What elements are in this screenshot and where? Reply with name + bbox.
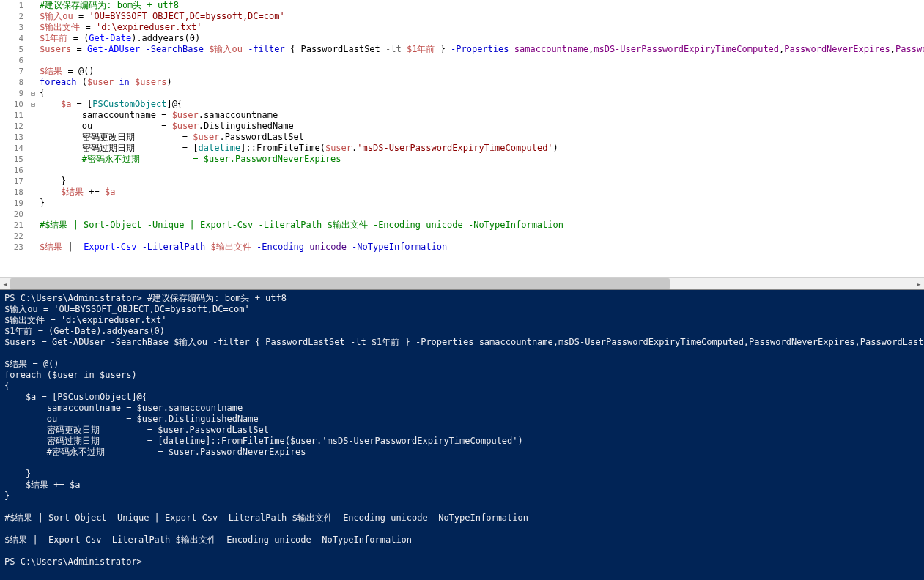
horizontal-scrollbar[interactable]: ◄ ► bbox=[0, 277, 924, 289]
code-line[interactable]: $输出文件 = 'd:\expireduser.txt' bbox=[40, 22, 924, 33]
terminal-line: $输入ou = 'OU=BYSSOFT_OBJECT,DC=byssoft,DC… bbox=[4, 304, 920, 315]
terminal-line bbox=[4, 348, 920, 359]
line-number: 15 bbox=[0, 154, 23, 165]
terminal-line: 密码过期日期 = [datetime]::FromFileTime($user.… bbox=[4, 436, 920, 447]
code-line[interactable]: } bbox=[40, 198, 924, 209]
code-line[interactable]: #密码永不过期 = $user.PasswordNeverExpires bbox=[40, 154, 924, 165]
terminal-line: $a = [PSCustomObject]@{ bbox=[4, 392, 920, 403]
line-number: 8 bbox=[0, 77, 23, 88]
scroll-left-arrow[interactable]: ◄ bbox=[0, 278, 10, 290]
code-line[interactable]: } bbox=[40, 176, 924, 187]
fold-toggle bbox=[28, 154, 38, 165]
code-line[interactable] bbox=[40, 231, 924, 242]
code-line[interactable]: ou = $user.DistinguishedName bbox=[40, 121, 924, 132]
terminal-line: foreach ($user in $users) bbox=[4, 370, 920, 381]
code-line[interactable]: $users = Get-ADUser -SearchBase $输入ou -f… bbox=[40, 44, 924, 55]
code-line[interactable] bbox=[40, 55, 924, 66]
fold-toggle bbox=[28, 44, 38, 55]
fold-toggle bbox=[28, 198, 38, 209]
code-line[interactable] bbox=[40, 165, 924, 176]
terminal-line: #$结果 | Sort-Object -Unique | Export-Csv … bbox=[4, 513, 920, 524]
code-line[interactable]: $a = [PSCustomObject]@{ bbox=[40, 99, 924, 110]
line-number: 4 bbox=[0, 33, 23, 44]
line-number: 18 bbox=[0, 187, 23, 198]
scroll-right-arrow[interactable]: ► bbox=[914, 278, 924, 290]
fold-toggle bbox=[28, 143, 38, 154]
terminal-line: 密码更改日期 = $user.PasswordLastSet bbox=[4, 425, 920, 436]
line-number: 5 bbox=[0, 44, 23, 55]
line-number: 10 bbox=[0, 99, 23, 110]
fold-toggle bbox=[28, 220, 38, 231]
code-line[interactable]: $结果 | Export-Csv -LiteralPath $输出文件 -Enc… bbox=[40, 242, 924, 253]
powershell-terminal[interactable]: PS C:\Users\Administrator> #建议保存编码为: bom… bbox=[0, 289, 924, 580]
code-line[interactable]: #$结果 | Sort-Object -Unique | Export-Csv … bbox=[40, 220, 924, 231]
terminal-line: $users = Get-ADUser -SearchBase $输入ou -f… bbox=[4, 337, 920, 348]
terminal-line bbox=[4, 524, 920, 535]
fold-toggle[interactable]: ⊟ bbox=[28, 88, 38, 99]
terminal-line: $结果 = @() bbox=[4, 359, 920, 370]
line-number: 7 bbox=[0, 66, 23, 77]
line-number: 2 bbox=[0, 11, 23, 22]
line-number: 21 bbox=[0, 220, 23, 231]
line-number: 1 bbox=[0, 0, 23, 11]
fold-toggle bbox=[28, 77, 38, 88]
fold-toggle bbox=[28, 66, 38, 77]
code-line[interactable]: $输入ou = 'OU=BYSSOFT_OBJECT,DC=byssoft,DC… bbox=[40, 11, 924, 22]
fold-toggle bbox=[28, 55, 38, 66]
code-line[interactable]: $1年前 = (Get-Date).addyears(0) bbox=[40, 33, 924, 44]
terminal-line bbox=[4, 546, 920, 557]
code-area[interactable]: #建议保存编码为: bom头 + utf8$输入ou = 'OU=BYSSOFT… bbox=[38, 0, 924, 253]
code-line[interactable]: #建议保存编码为: bom头 + utf8 bbox=[40, 0, 924, 11]
line-number: 22 bbox=[0, 231, 23, 242]
fold-toggle bbox=[28, 187, 38, 198]
line-number: 20 bbox=[0, 209, 23, 220]
terminal-line: $结果 | Export-Csv -LiteralPath $输出文件 -Enc… bbox=[4, 535, 920, 546]
fold-toggle bbox=[28, 176, 38, 187]
terminal-line: #密码永不过期 = $user.PasswordNeverExpires bbox=[4, 447, 920, 458]
line-number: 11 bbox=[0, 110, 23, 121]
line-number: 14 bbox=[0, 143, 23, 154]
line-number: 6 bbox=[0, 55, 23, 66]
fold-gutter[interactable]: ⊟⊟ bbox=[28, 0, 38, 253]
code-line[interactable]: { bbox=[40, 88, 924, 99]
line-number: 13 bbox=[0, 132, 23, 143]
terminal-line: { bbox=[4, 381, 920, 392]
terminal-line: PS C:\Users\Administrator> bbox=[4, 557, 920, 568]
terminal-line: $结果 += $a bbox=[4, 480, 920, 491]
line-number-gutter: 1234567891011121314151617181920212223 bbox=[0, 0, 28, 253]
terminal-line: } bbox=[4, 491, 920, 502]
fold-toggle bbox=[28, 110, 38, 121]
fold-toggle bbox=[28, 132, 38, 143]
line-number: 3 bbox=[0, 22, 23, 33]
fold-toggle bbox=[28, 242, 38, 253]
line-number: 12 bbox=[0, 121, 23, 132]
fold-toggle bbox=[28, 22, 38, 33]
code-line[interactable]: $结果 += $a bbox=[40, 187, 924, 198]
line-number: 17 bbox=[0, 176, 23, 187]
code-line[interactable]: foreach ($user in $users) bbox=[40, 77, 924, 88]
terminal-line: PS C:\Users\Administrator> #建议保存编码为: bom… bbox=[4, 293, 920, 304]
code-line[interactable]: $结果 = @() bbox=[40, 66, 924, 77]
terminal-line: samaccountname = $user.samaccountname bbox=[4, 403, 920, 414]
line-number: 9 bbox=[0, 88, 23, 99]
terminal-line: } bbox=[4, 469, 920, 480]
fold-toggle bbox=[28, 231, 38, 242]
code-line[interactable]: 密码更改日期 = $user.PasswordLastSet bbox=[40, 132, 924, 143]
fold-toggle bbox=[28, 0, 38, 11]
code-line[interactable] bbox=[40, 209, 924, 220]
code-line[interactable]: samaccountname = $user.samaccountname bbox=[40, 110, 924, 121]
code-line[interactable]: 密码过期日期 = [datetime]::FromFileTime($user.… bbox=[40, 143, 924, 154]
code-editor-pane[interactable]: 1234567891011121314151617181920212223 ⊟⊟… bbox=[0, 0, 924, 277]
terminal-line: $输出文件 = 'd:\expireduser.txt' bbox=[4, 315, 920, 326]
line-number: 23 bbox=[0, 242, 23, 253]
fold-toggle bbox=[28, 165, 38, 176]
scrollbar-thumb[interactable] bbox=[10, 278, 670, 289]
line-number: 16 bbox=[0, 165, 23, 176]
fold-toggle bbox=[28, 209, 38, 220]
line-number: 19 bbox=[0, 198, 23, 209]
terminal-line: $1年前 = (Get-Date).addyears(0) bbox=[4, 326, 920, 337]
terminal-line bbox=[4, 458, 920, 469]
terminal-line bbox=[4, 502, 920, 513]
fold-toggle[interactable]: ⊟ bbox=[28, 99, 38, 110]
fold-toggle bbox=[28, 121, 38, 132]
